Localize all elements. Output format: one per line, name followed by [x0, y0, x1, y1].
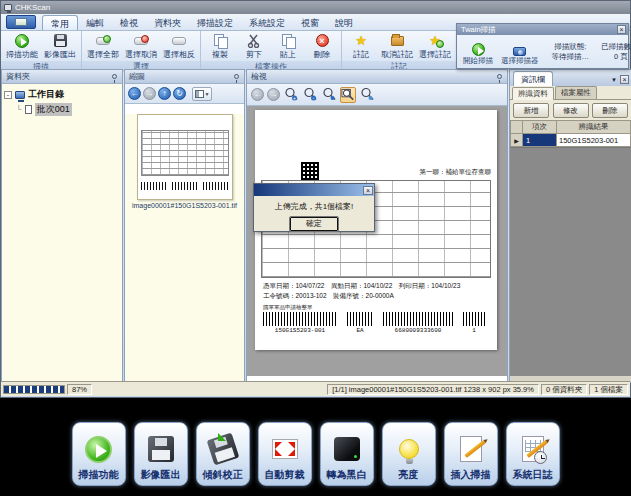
progress-bar	[3, 385, 65, 394]
select-all-icon	[95, 33, 111, 48]
tree-node-work-dir[interactable]: 工作目錄	[2, 87, 122, 102]
select-invert-icon	[171, 33, 187, 48]
folder-tree: 工作目錄 └ 批次001	[2, 84, 122, 383]
twain-close-icon[interactable]	[617, 25, 626, 34]
select-invert-button[interactable]: 選擇相反	[160, 32, 198, 61]
dock-deskew-button[interactable]: 傾斜校正	[196, 422, 250, 486]
tree-node-batch[interactable]: └ 批次001	[2, 102, 122, 117]
tab-edit[interactable]: 編輯	[78, 15, 112, 30]
dock-scan-function-button[interactable]: 掃描功能	[72, 422, 126, 486]
tab-view[interactable]: 檢視	[112, 15, 146, 30]
star-icon	[353, 33, 369, 48]
back-icon[interactable]: ←	[128, 87, 141, 100]
dock-auto-crop-button[interactable]: 自動剪裁	[258, 422, 312, 486]
info-tab-bar: 辨識資料 檔案屬性	[510, 86, 631, 100]
viewer-canvas[interactable]: 第一聯：補給單位存查聯 憑單日期：104/07/22 異動日期：104/10/2…	[247, 106, 507, 376]
status-file-info: [1/1] image00001#150G1S5203-001.tif 1238…	[327, 384, 539, 395]
title-bar[interactable]: CHKScan	[1, 1, 630, 14]
window-title: CHKScan	[15, 3, 50, 12]
light-bulb-icon	[399, 432, 419, 466]
zoom-select-icon[interactable]	[359, 87, 375, 103]
image-export-button[interactable]: 影像匯出	[41, 32, 79, 61]
select-none-button[interactable]: 選擇取消	[122, 32, 160, 61]
twain-panel-titlebar[interactable]: Twain掃描	[457, 24, 628, 35]
paste-button[interactable]: 貼上	[271, 32, 305, 61]
tab-scan-settings[interactable]: 掃描設定	[189, 15, 241, 30]
page-pencil-icon	[460, 432, 482, 466]
zoom-out-icon[interactable]: -	[302, 87, 318, 103]
status-folder-count: 0 個資料夾	[541, 384, 587, 395]
select-annotate-button[interactable]: 選擇註記	[416, 32, 454, 61]
row-index: 1	[523, 134, 557, 147]
tab-folder[interactable]: 資料夾	[146, 15, 189, 30]
tab-file-properties[interactable]: 檔案屬性	[555, 86, 597, 99]
modify-button[interactable]: 修改	[553, 103, 589, 118]
dialog-close-icon[interactable]	[363, 186, 373, 195]
dock-brightness-button[interactable]: 亮度	[382, 422, 436, 486]
thumbnail-barcodes	[141, 182, 229, 190]
app-menu-button[interactable]	[6, 15, 36, 29]
dialog-titlebar[interactable]	[254, 184, 374, 196]
play-icon	[85, 432, 112, 466]
column-header-result: 辨識結果	[557, 121, 631, 134]
add-button[interactable]: 新增	[513, 103, 549, 118]
tab-system-settings[interactable]: 系統設定	[241, 15, 293, 30]
pin-icon[interactable]	[112, 74, 117, 79]
tab-window[interactable]: 視窗	[293, 15, 327, 30]
recognition-table: 項次 辨識結果 ▶ 1 150G1S5203-001	[510, 120, 631, 147]
copy-button[interactable]: 複製	[203, 32, 237, 61]
forward-icon[interactable]: →	[267, 88, 280, 101]
floppy-icon	[52, 33, 68, 48]
twain-scan-panel: Twain掃描 開始掃描 選擇掃描器 掃描狀態: 等待掃描…	[456, 23, 629, 69]
scanned-count: 已掃描數量: 0 頁	[598, 36, 631, 67]
delete-record-button[interactable]: 刪除	[592, 103, 628, 118]
column-header-index: 項次	[523, 121, 557, 134]
dock-image-export-button[interactable]: 影像匯出	[134, 422, 188, 486]
annotate-button[interactable]: 註記	[344, 32, 378, 61]
view-mode-button[interactable]: ▼	[192, 87, 212, 101]
collapse-icon[interactable]	[4, 91, 12, 99]
table-row[interactable]: ▶ 1 150G1S5203-001	[511, 134, 631, 147]
thumbnail-item[interactable]	[137, 114, 233, 200]
dock-to-bw-button[interactable]: 轉為黑白	[320, 422, 374, 486]
back-icon[interactable]: ←	[251, 88, 264, 101]
select-all-button[interactable]: 選擇全部	[84, 32, 122, 61]
star-check-icon	[427, 33, 443, 48]
delete-button[interactable]: 刪除	[305, 32, 339, 61]
folders-panel-title: 資料夾	[6, 71, 30, 82]
scan-status: 掃描狀態: 等待掃描…	[549, 36, 593, 67]
scan-function-button[interactable]: 掃描功能	[3, 32, 41, 61]
thumbnail-panel: 縮圖 ← → ↑ ↻ ▼	[124, 69, 245, 383]
cut-button[interactable]: 剪下	[237, 32, 271, 61]
zoom-in-icon[interactable]: +	[283, 87, 299, 103]
pin-icon[interactable]	[234, 74, 239, 79]
chevron-down-icon[interactable]: ▼	[611, 77, 617, 83]
tab-recognition-data[interactable]: 辨識資料	[512, 87, 554, 100]
ribbon-group-scan: 掃描功能 影像匯出 掃描	[1, 31, 82, 69]
document-work-line: 工令號碼：20013-102 裝備序號：20-0000A	[263, 292, 394, 301]
select-scanner-button[interactable]: 選擇掃描器	[497, 36, 543, 67]
row-result: 150G1S5203-001	[557, 134, 631, 147]
tab-common[interactable]: 常用	[42, 15, 78, 30]
status-file-count: 1 個檔案	[589, 384, 628, 395]
thumbnail-caption: image00001#150G1S5203-001.tif	[125, 202, 244, 209]
play-icon	[14, 33, 30, 48]
thumbnail-toolbar: ← → ↑ ↻ ▼	[125, 84, 244, 104]
info-close-icon[interactable]	[620, 75, 629, 84]
tilted-floppy-icon	[210, 432, 236, 466]
zoom-actual-icon[interactable]	[321, 87, 337, 103]
zoom-fit-icon[interactable]	[340, 87, 356, 103]
cancel-annotate-button[interactable]: 取消註記	[378, 32, 416, 61]
app-icon	[4, 4, 12, 11]
tab-help[interactable]: 說明	[327, 15, 361, 30]
dialog-message: 上傳完成，共1個檔案!	[254, 201, 374, 212]
forward-icon[interactable]: →	[143, 87, 156, 100]
up-icon[interactable]: ↑	[158, 87, 171, 100]
dock-insert-scan-button[interactable]: 插入掃描	[444, 422, 498, 486]
pin-icon[interactable]	[497, 74, 502, 79]
start-scan-button[interactable]: 開始掃描	[459, 36, 497, 67]
dock-system-log-button[interactable]: 系統日誌	[506, 422, 560, 486]
ok-button[interactable]: 確定	[290, 217, 338, 231]
info-panel-title: 資訊欄	[513, 71, 553, 86]
refresh-icon[interactable]: ↻	[173, 87, 186, 100]
